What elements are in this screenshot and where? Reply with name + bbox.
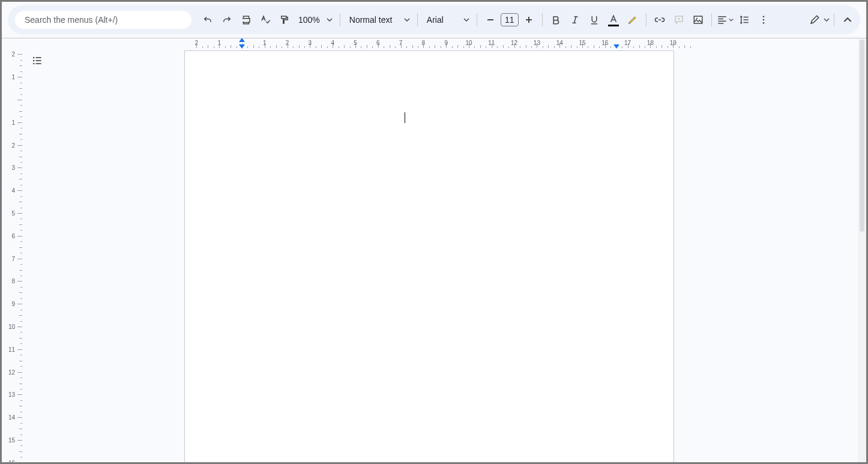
insert-link-button[interactable] <box>651 11 669 29</box>
font-size-input[interactable] <box>501 13 519 26</box>
ruler-number: 4 <box>331 40 334 46</box>
svg-point-4 <box>762 22 764 24</box>
separator <box>834 13 834 26</box>
zoom-label: 100% <box>295 15 322 25</box>
ruler-number: 6 <box>376 40 380 46</box>
more-options-button[interactable] <box>755 11 773 29</box>
text-color-swatch <box>608 25 619 26</box>
editing-mode-dropdown[interactable] <box>809 14 830 25</box>
increase-font-size-button[interactable] <box>520 11 538 29</box>
bold-button[interactable] <box>547 11 565 29</box>
ruler-number: 2 <box>195 40 199 46</box>
redo-icon <box>222 14 232 25</box>
undo-icon <box>202 14 213 25</box>
add-comment-button[interactable] <box>670 11 688 29</box>
ruler-number: 16 <box>8 459 15 464</box>
vertical-scrollbar[interactable] <box>858 38 866 464</box>
vertical-ruler[interactable]: 2112345678910111213141516 <box>2 38 22 464</box>
separator <box>711 13 712 26</box>
collapse-toolbar-button[interactable] <box>839 11 857 29</box>
font-family-dropdown[interactable]: Arial <box>422 15 472 25</box>
dropdown-arrow-icon <box>729 17 734 22</box>
ruler-number: 18 <box>647 40 654 46</box>
ruler-number: 15 <box>579 40 585 46</box>
separator <box>340 13 340 26</box>
print-button[interactable] <box>237 11 255 29</box>
ruler-number: 9 <box>444 40 448 46</box>
zoom-dropdown[interactable]: 100% <box>295 15 336 25</box>
dropdown-arrow-icon <box>401 17 413 23</box>
ruler-number: 12 <box>511 40 517 46</box>
underline-button[interactable] <box>585 11 603 29</box>
ruler-number: 1 <box>217 40 221 46</box>
svg-point-1 <box>696 18 697 19</box>
ruler-number: 10 <box>8 324 15 330</box>
ruler-number: 16 <box>601 40 608 46</box>
line-spacing-button[interactable] <box>735 11 753 29</box>
align-dropdown[interactable] <box>716 11 734 29</box>
ruler-number: 19 <box>670 40 677 46</box>
minus-icon <box>486 16 495 24</box>
pencil-icon <box>809 14 820 25</box>
underline-icon <box>589 14 600 25</box>
plus-icon <box>525 16 533 24</box>
document-page[interactable] <box>184 50 674 464</box>
line-spacing-icon <box>739 14 750 25</box>
undo-button[interactable] <box>199 11 217 29</box>
ruler-number: 13 <box>8 391 15 398</box>
font-size-group <box>481 11 538 29</box>
ruler-number: 7 <box>11 255 15 262</box>
svg-point-2 <box>762 16 764 17</box>
menu-search-input[interactable]: Search the menus (Alt+/) <box>15 11 191 29</box>
link-icon <box>654 14 665 25</box>
paint-format-button[interactable] <box>276 11 294 29</box>
decrease-font-size-button[interactable] <box>481 11 499 29</box>
ruler-number: 11 <box>8 346 15 352</box>
ruler-number: 9 <box>11 301 15 307</box>
scrollbar-thumb[interactable] <box>860 40 864 232</box>
svg-point-3 <box>762 19 764 21</box>
text-cursor <box>405 112 405 123</box>
toolbar: Search the menus (Alt+/) 100% Normal tex… <box>8 5 860 34</box>
spellcheck-button[interactable] <box>256 11 274 29</box>
highlight-color-button[interactable] <box>624 11 642 29</box>
insert-image-button[interactable] <box>689 11 707 29</box>
svg-point-7 <box>33 63 35 65</box>
italic-button[interactable] <box>566 11 584 29</box>
first-line-indent-marker[interactable] <box>239 38 245 42</box>
canvas-wrap: 2112345678910111213141516171819 <box>22 38 858 464</box>
separator <box>477 13 477 26</box>
svg-point-5 <box>33 57 35 59</box>
horizontal-ruler[interactable]: 2112345678910111213141516171819 <box>22 38 858 48</box>
page-area <box>22 48 858 464</box>
ruler-number: 1 <box>11 119 15 125</box>
chevron-up-icon <box>843 16 852 24</box>
svg-point-6 <box>33 60 35 62</box>
separator <box>646 13 646 26</box>
ruler-number: 3 <box>11 164 15 171</box>
ruler-number: 10 <box>465 40 472 46</box>
outline-list-icon <box>31 55 43 67</box>
text-color-button[interactable] <box>604 11 622 29</box>
workspace: 2112345678910111213141516 21123456789101… <box>2 38 866 464</box>
comment-plus-icon <box>674 14 684 25</box>
ruler-number: 6 <box>11 232 15 239</box>
ruler-number: 14 <box>556 40 563 46</box>
italic-icon <box>570 14 580 25</box>
ruler-number: 14 <box>8 414 15 421</box>
paragraph-style-dropdown[interactable]: Normal text <box>345 15 413 25</box>
font-family-label: Arial <box>422 15 459 25</box>
ruler-number: 8 <box>422 40 426 46</box>
ruler-number: 5 <box>354 40 357 46</box>
highlight-icon <box>627 14 639 26</box>
ruler-number: 3 <box>309 40 312 46</box>
print-icon <box>241 14 252 25</box>
document-outline-button[interactable] <box>28 52 46 70</box>
dropdown-arrow-icon <box>324 17 336 23</box>
ruler-number: 2 <box>11 142 15 148</box>
ruler-number: 15 <box>8 437 15 444</box>
ruler-number: 1 <box>11 74 15 80</box>
redo-button[interactable] <box>218 11 236 29</box>
dropdown-arrow-icon <box>824 17 830 23</box>
bold-icon <box>550 14 561 25</box>
